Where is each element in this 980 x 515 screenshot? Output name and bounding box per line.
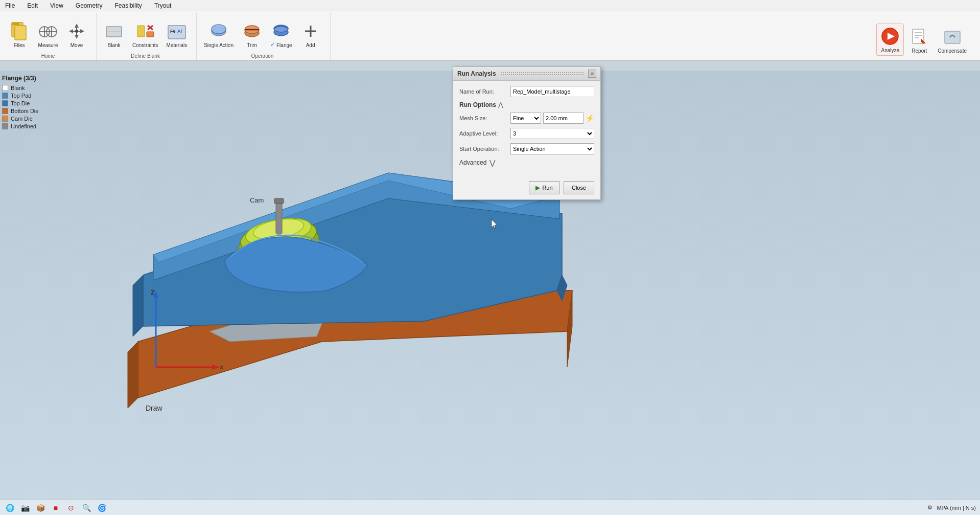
bottom-icon-3[interactable]: 📦 bbox=[35, 502, 46, 513]
dialog-drag-handle bbox=[500, 72, 584, 76]
svg-text:Z: Z bbox=[151, 288, 155, 296]
svg-text:x: x bbox=[220, 363, 224, 371]
mesh-size-label: Mesh Size: bbox=[459, 115, 510, 121]
ribbon-btn-flange[interactable]: ✓ Flange bbox=[267, 18, 295, 50]
svg-point-14 bbox=[75, 30, 78, 33]
svg-point-25 bbox=[212, 25, 226, 34]
bottom-icon-6[interactable]: 🔍 bbox=[81, 502, 92, 513]
layer-name: Top Die bbox=[11, 100, 30, 106]
flange-label: Flange bbox=[276, 42, 292, 48]
layer-color-swatch bbox=[2, 85, 8, 91]
svg-marker-44 bbox=[128, 342, 138, 408]
name-of-run-row: Name of Run: bbox=[459, 86, 594, 97]
flange-icon bbox=[271, 20, 291, 41]
mesh-size-group: Fine Medium Coarse ⚡ bbox=[510, 113, 594, 124]
svg-rect-17 bbox=[137, 26, 145, 37]
close-button[interactable]: Close bbox=[564, 181, 594, 194]
layer-item[interactable]: Blank bbox=[2, 85, 59, 91]
menu-file[interactable]: File bbox=[3, 1, 17, 10]
start-operation-select[interactable]: Single Action Draw Trim Flange bbox=[510, 143, 594, 154]
ribbon-group-home: Files Measure bbox=[4, 13, 97, 60]
dialog-close-button[interactable]: ✕ bbox=[588, 70, 596, 78]
ribbon-btn-single-action[interactable]: Single Action bbox=[201, 19, 237, 50]
svg-rect-2 bbox=[12, 23, 19, 25]
files-label: Files bbox=[14, 42, 25, 48]
analyze-icon bbox=[880, 26, 900, 47]
ribbon-btn-compensate[interactable]: Compensate bbox=[935, 25, 970, 56]
status-text: MPA (mm | N s) bbox=[937, 505, 976, 511]
svg-marker-9 bbox=[75, 35, 79, 39]
svg-marker-47 bbox=[133, 275, 143, 337]
svg-text:Ai: Ai bbox=[177, 29, 182, 34]
close-button-label: Close bbox=[572, 185, 586, 191]
ribbon-btn-add[interactable]: Add bbox=[297, 19, 324, 50]
run-options-collapse[interactable]: ⋀ bbox=[498, 101, 503, 108]
dialog-body: Name of Run: Run Options ⋀ Mesh Size: Fi… bbox=[453, 81, 600, 178]
layer-item[interactable]: Top Die bbox=[2, 100, 59, 106]
layer-item[interactable]: Bottom Die bbox=[2, 108, 59, 114]
ribbon-btn-measure[interactable]: Measure bbox=[35, 19, 61, 50]
layer-name: Bottom Die bbox=[11, 108, 38, 114]
bottom-icon-7[interactable]: 🌀 bbox=[96, 502, 107, 513]
menu-geometry[interactable]: Geometry bbox=[74, 1, 105, 10]
menu-edit[interactable]: Edit bbox=[25, 1, 40, 10]
menu-feasibility[interactable]: Feasibility bbox=[113, 1, 144, 10]
ribbon-btn-materials[interactable]: Fe Ai Materials bbox=[164, 19, 191, 50]
move-label: Move bbox=[71, 42, 83, 48]
menu-view[interactable]: View bbox=[48, 1, 65, 10]
layer-name: Blank bbox=[11, 85, 25, 91]
trim-label: Trim bbox=[247, 42, 257, 48]
layer-color-swatch bbox=[2, 100, 8, 106]
layer-item[interactable]: Cam Die bbox=[2, 116, 59, 122]
run-button[interactable]: ▶ Run bbox=[529, 181, 559, 194]
analyze-label: Analyze bbox=[881, 48, 900, 53]
dialog-footer: ▶ Run Close bbox=[453, 178, 600, 199]
measure-label: Measure bbox=[38, 42, 58, 48]
ribbon-btn-constraints[interactable]: Constraints bbox=[129, 19, 161, 50]
layer-item[interactable]: Top Pad bbox=[2, 93, 59, 99]
ribbon-group-define-blank: Blank Constraints bbox=[99, 13, 197, 60]
files-icon bbox=[9, 21, 30, 41]
layer-color-swatch bbox=[2, 116, 8, 122]
ribbon: Files Measure bbox=[0, 11, 980, 61]
advanced-expand-button[interactable]: ⋁ bbox=[489, 159, 495, 167]
blank-icon bbox=[104, 21, 124, 41]
svg-rect-1 bbox=[15, 26, 26, 40]
start-operation-row: Start Operation: Single Action Draw Trim… bbox=[459, 143, 594, 154]
layer-color-swatch bbox=[2, 93, 8, 99]
layers-list: BlankTop PadTop DieBottom DieCam DieUnde… bbox=[2, 85, 59, 129]
ribbon-btn-trim[interactable]: Trim bbox=[239, 19, 265, 50]
trim-icon bbox=[242, 21, 262, 41]
menu-tryout[interactable]: Tryout bbox=[152, 1, 174, 10]
bottom-icon-4[interactable]: ■ bbox=[50, 502, 61, 513]
bottom-icon-2[interactable]: 📷 bbox=[19, 502, 31, 513]
ribbon-btn-files[interactable]: Files bbox=[6, 19, 33, 50]
lightning-icon: ⚡ bbox=[586, 114, 594, 122]
mesh-value-input[interactable] bbox=[543, 113, 584, 124]
constraints-icon bbox=[135, 21, 155, 41]
ribbon-btn-blank[interactable]: Blank bbox=[101, 19, 127, 50]
settings-icon[interactable]: ⚙ bbox=[927, 504, 932, 511]
layer-name: Top Pad bbox=[11, 93, 31, 99]
name-of-run-input[interactable] bbox=[510, 86, 594, 97]
ribbon-btn-analyze[interactable]: Analyze bbox=[876, 24, 904, 56]
mesh-type-select[interactable]: Fine Medium Coarse bbox=[510, 113, 541, 124]
bottom-icon-5[interactable]: ⊙ bbox=[65, 502, 77, 513]
dialog-titlebar[interactable]: Run Analysis ✕ bbox=[453, 67, 600, 81]
ribbon-btn-move[interactable]: Move bbox=[63, 19, 90, 50]
adaptive-level-row: Adaptive Level: 1 2 3 4 5 bbox=[459, 128, 594, 139]
adaptive-level-select[interactable]: 1 2 3 4 5 bbox=[510, 128, 594, 139]
status-right: ⚙ MPA (mm | N s) bbox=[927, 504, 976, 511]
run-analysis-dialog: Run Analysis ✕ Name of Run: Run Options … bbox=[453, 66, 601, 200]
menu-bar: File Edit View Geometry Feasibility Tryo… bbox=[0, 0, 980, 11]
single-action-icon bbox=[208, 21, 229, 41]
advanced-label: Advanced bbox=[459, 159, 486, 166]
name-of-run-label: Name of Run: bbox=[459, 88, 510, 95]
operation-group-label: Operation bbox=[251, 53, 273, 60]
compensate-icon bbox=[942, 27, 963, 47]
layer-item[interactable]: Undefined bbox=[2, 123, 59, 129]
bottom-icon-1[interactable]: 🌐 bbox=[4, 502, 15, 513]
ribbon-btn-report[interactable]: Report bbox=[906, 25, 932, 56]
mesh-size-row: Mesh Size: Fine Medium Coarse ⚡ bbox=[459, 113, 594, 124]
dialog-title-text: Run Analysis bbox=[457, 70, 496, 77]
